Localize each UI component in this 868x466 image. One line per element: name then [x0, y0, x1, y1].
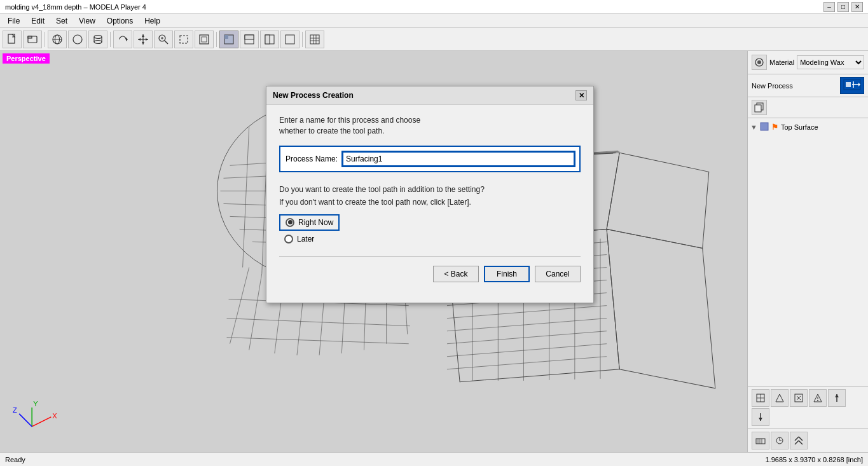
svg-rect-23: [200, 35, 209, 44]
process-name-input[interactable]: [343, 152, 574, 166]
svg-text:Y: Y: [33, 400, 38, 408]
svg-rect-28: [245, 35, 254, 39]
cylinder-btn[interactable]: [88, 31, 107, 48]
rp-btn-5[interactable]: [828, 389, 846, 407]
toolbar-sep-4: [302, 32, 303, 47]
rotate-btn[interactable]: [113, 31, 132, 48]
toolbar: [0, 28, 868, 51]
new-process-btn[interactable]: [840, 77, 864, 94]
svg-marker-15: [142, 42, 144, 45]
toolbar-sep-1: [45, 32, 45, 47]
svg-rect-2: [28, 36, 32, 38]
menu-help[interactable]: Help: [139, 15, 165, 27]
svg-rect-108: [761, 123, 768, 130]
rp-btn-1[interactable]: [752, 389, 769, 407]
tree-item-top-surface[interactable]: ▼ ⚑ Top Surface: [750, 121, 865, 134]
close-btn[interactable]: ✕: [851, 2, 863, 12]
rp-btn-8[interactable]: [771, 432, 789, 449]
globe-btn[interactable]: [48, 31, 67, 48]
svg-point-6: [73, 35, 82, 44]
side-view-btn[interactable]: [260, 31, 279, 48]
new-process-label: New Process: [752, 82, 793, 90]
top-view-btn[interactable]: [280, 31, 300, 48]
dialog-close-btn[interactable]: ✕: [575, 90, 587, 100]
bottom-icons-row: [748, 386, 868, 429]
right-panel: Material Modeling Wax Acrylic Wood New P…: [747, 51, 868, 452]
rp-btn-9[interactable]: [790, 432, 808, 449]
svg-rect-102: [846, 82, 851, 87]
bottom-icons-row2: [748, 429, 868, 452]
rp-btn-6[interactable]: [752, 408, 769, 426]
svg-marker-122: [759, 418, 762, 421]
svg-marker-11: [126, 38, 128, 41]
toolbar-sep-2: [110, 32, 111, 47]
open-btn[interactable]: [23, 31, 42, 48]
radio-right-now[interactable]: [286, 218, 294, 227]
perspective-label: Perspective: [3, 53, 50, 64]
svg-marker-17: [146, 38, 148, 41]
svg-rect-22: [180, 36, 188, 43]
tree-item-label: Top Surface: [781, 123, 818, 131]
radio-right-now-label[interactable]: Right Now: [298, 218, 333, 227]
svg-text:Z: Z: [13, 406, 17, 414]
svg-line-19: [165, 41, 168, 44]
finish-button[interactable]: Finish: [484, 266, 530, 282]
cancel-button[interactable]: Cancel: [535, 266, 581, 282]
tree-flag-icon: ⚑: [771, 123, 778, 132]
back-button[interactable]: < Back: [433, 266, 479, 282]
status-bar: Ready 1.9685 x 3.9370 x 0.8268 [inch]: [0, 452, 868, 466]
svg-rect-32: [310, 35, 319, 44]
rp-btn-4[interactable]: [809, 389, 827, 407]
svg-point-7: [94, 35, 102, 38]
dialog-description: Enter a name for this process and choose…: [279, 115, 581, 137]
svg-marker-120: [835, 394, 839, 397]
rp-btn-3[interactable]: [790, 389, 808, 407]
move-btn[interactable]: [134, 31, 153, 48]
right-now-row: Right Now: [279, 214, 340, 231]
svg-point-10: [94, 40, 102, 43]
new-btn[interactable]: [3, 31, 22, 48]
dialog-footer: < Back Finish Cancel: [279, 266, 581, 292]
region-btn[interactable]: [174, 31, 193, 48]
svg-rect-31: [286, 35, 294, 44]
svg-rect-123: [756, 439, 765, 444]
menu-view[interactable]: View: [74, 15, 100, 27]
dialog-body: Enter a name for this process and choose…: [266, 105, 593, 303]
select-btn[interactable]: [195, 31, 214, 48]
process-name-label: Process Name:: [286, 154, 338, 163]
dialog-title-bar: New Process Creation ✕: [266, 86, 593, 105]
svg-point-118: [817, 400, 818, 401]
svg-rect-30: [265, 35, 270, 44]
svg-rect-24: [202, 37, 207, 42]
radio-later-label[interactable]: Later: [297, 235, 314, 243]
svg-marker-16: [138, 38, 141, 41]
new-process-dialog: New Process Creation ✕ Enter a name for …: [266, 86, 594, 303]
copy-icon-btn[interactable]: [752, 100, 767, 115]
zoom-btn[interactable]: [154, 31, 173, 48]
icon-row: [748, 97, 868, 118]
grid-view-btn[interactable]: [305, 31, 324, 48]
toolpath-question: Do you want to create the tool path in a…: [279, 185, 581, 194]
radio-later[interactable]: [284, 235, 293, 243]
menu-options[interactable]: Options: [102, 15, 138, 27]
svg-text:X: X: [52, 412, 57, 420]
later-row: Later: [284, 235, 581, 243]
material-select[interactable]: Modeling Wax Acrylic Wood: [797, 55, 864, 69]
dialog-desc-line2: whether to create the tool path.: [279, 127, 384, 135]
view3d-btn[interactable]: [219, 31, 238, 48]
material-label: Material: [769, 58, 794, 66]
menu-edit[interactable]: Edit: [26, 15, 50, 27]
svg-marker-112: [776, 394, 783, 402]
tree-arrow: ▼: [750, 123, 757, 131]
maximize-btn[interactable]: □: [837, 2, 849, 12]
front-view-btn[interactable]: [240, 31, 259, 48]
menu-set[interactable]: Set: [51, 15, 72, 27]
title-bar: molding v4_18mm depth – MODELA Player 4 …: [0, 0, 868, 14]
menu-file[interactable]: File: [3, 15, 25, 27]
sphere-btn[interactable]: [68, 31, 87, 48]
rp-btn-7[interactable]: [752, 432, 769, 449]
svg-marker-26: [224, 35, 228, 39]
rp-btn-2[interactable]: [771, 389, 789, 407]
minimize-btn[interactable]: –: [823, 2, 835, 12]
dialog-separator: [279, 256, 581, 257]
